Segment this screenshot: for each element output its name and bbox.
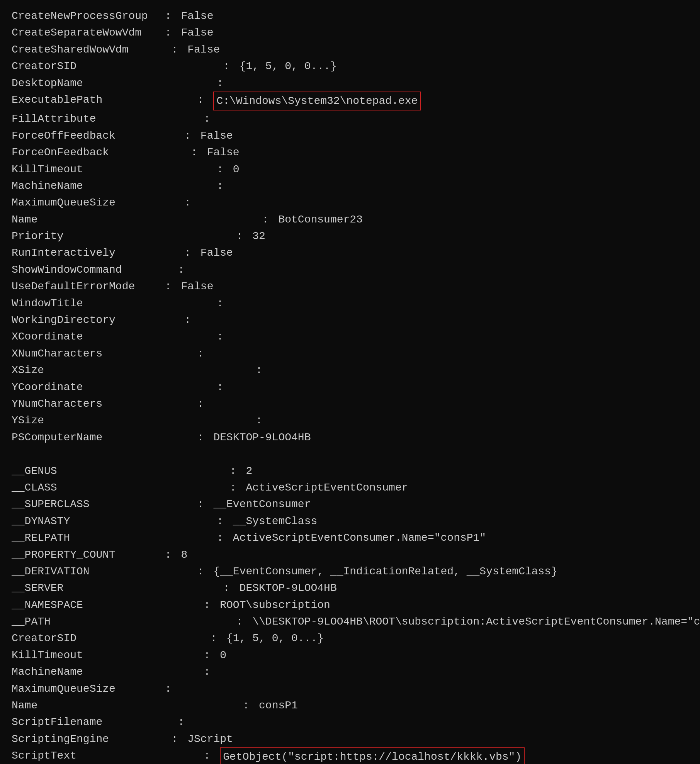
line-desktopname: DesktopName : <box>12 75 688 92</box>
line-maximumqueuesize: MaximumQueueSize : <box>12 194 688 211</box>
line-dynasty: __DYNASTY : __SystemClass <box>12 513 688 530</box>
line-ycoordinate: YCoordinate : <box>12 379 688 396</box>
line-executablepath: ExecutablePath : C:\Windows\System32\not… <box>12 92 688 110</box>
line-creatorsid2: CreatorSID : {1, 5, 0, 0...} <box>12 630 688 647</box>
line-killtimeout: KillTimeout : 0 <box>12 161 688 178</box>
line-derivation: __DERIVATION : {__EventConsumer, __Indic… <box>12 563 688 580</box>
line-showwindowcommand: ShowWindowCommand : <box>12 261 688 278</box>
line-maximumqueuesize2: MaximumQueueSize : <box>12 681 688 697</box>
line-scriptingengine: ScriptingEngine : JScript <box>12 731 688 747</box>
line-creatorsid: CreatorSID : {1, 5, 0, 0...} <box>12 58 688 75</box>
line-machinename: MachineName : <box>12 178 688 194</box>
line-killtimeout2: KillTimeout : 0 <box>12 647 688 664</box>
line-namespace: __NAMESPACE : ROOT\subscription <box>12 597 688 613</box>
line-forceonfeedback: ForceOnFeedback : False <box>12 144 688 161</box>
line-pscomputername1: PSComputerName : DESKTOP-9LOO4HB <box>12 429 688 446</box>
line-runinteractively: RunInteractively : False <box>12 244 688 261</box>
line-path: __PATH : \\DESKTOP-9LOO4HB\ROOT\subscrip… <box>12 613 688 630</box>
line-ysize: YSize : <box>12 412 688 429</box>
line-superclass: __SUPERCLASS : __EventConsumer <box>12 496 688 513</box>
terminal: CreateNewProcessGroup : False CreateSepa… <box>12 8 688 764</box>
line-name: Name : BotConsumer23 <box>12 211 688 228</box>
line-createseparatewowvdm: CreateSeparateWowVdm : False <box>12 24 688 41</box>
line-forceofffeedback: ForceOffFeedback : False <box>12 127 688 144</box>
line-class: __CLASS : ActiveScriptEventConsumer <box>12 479 688 496</box>
line-createsharedwowvdm: CreateSharedWowVdm : False <box>12 41 688 58</box>
line-ynumcharacters: YNumCharacters : <box>12 396 688 412</box>
line-xnumcharacters: XNumCharacters : <box>12 345 688 362</box>
line-machinename2: MachineName : <box>12 664 688 680</box>
line-genus: __GENUS : 2 <box>12 463 688 479</box>
line-createnewprocessgroup: CreateNewProcessGroup : False <box>12 8 688 24</box>
line-scripttext: ScriptText : GetObject("script:https://l… <box>12 747 688 764</box>
line-fillattribute: FillAttribute : <box>12 110 688 127</box>
line-workingdirectory: WorkingDirectory : <box>12 312 688 328</box>
line-scriptfilename: ScriptFilename : <box>12 714 688 730</box>
line-property-count: __PROPERTY_COUNT : 8 <box>12 547 688 563</box>
line-server: __SERVER : DESKTOP-9LOO4HB <box>12 580 688 596</box>
line-usedefaulterrormode: UseDefaultErrorMode : False <box>12 278 688 295</box>
line-relpath: __RELPATH : ActiveScriptEventConsumer.Na… <box>12 530 688 546</box>
line-xsize: XSize : <box>12 362 688 379</box>
line-windowtitle: WindowTitle : <box>12 295 688 312</box>
line-priority: Priority : 32 <box>12 228 688 244</box>
line-xcoordinate: XCoordinate : <box>12 328 688 345</box>
line-name2: Name : consP1 <box>12 697 688 714</box>
blank-line-1 <box>12 446 688 462</box>
